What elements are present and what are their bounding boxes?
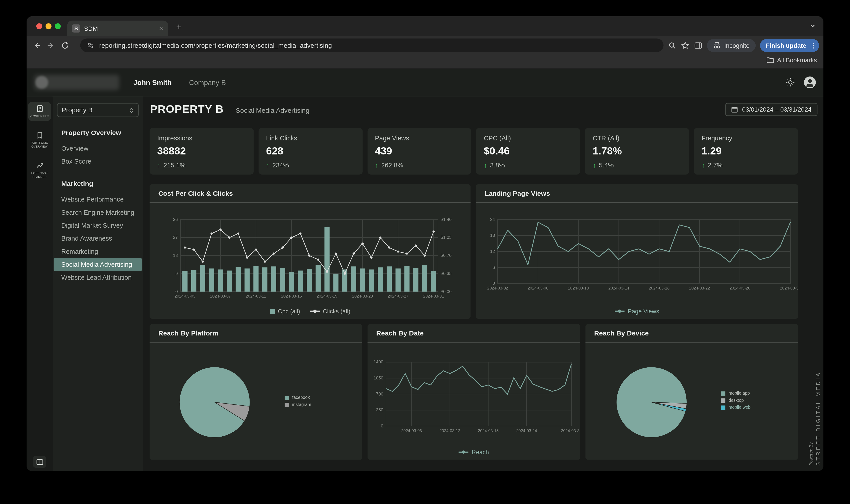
rail-item-forecast-planner[interactable]: FORECAST PLANNER: [28, 159, 51, 181]
chart-card-reach-by-device: Reach By Device mobile app desktop: [585, 324, 798, 460]
legend-item-reach[interactable]: Reach: [459, 449, 489, 455]
tab-search-chevron-icon[interactable]: [809, 23, 816, 29]
tab-close-icon[interactable]: ×: [159, 25, 163, 32]
legend-label: mobile app: [728, 391, 750, 396]
all-bookmarks-button[interactable]: All Bookmarks: [766, 57, 817, 64]
svg-text:1050: 1050: [374, 375, 383, 380]
browser-window: S SDM × + reporting.streetdigitalmedia.: [26, 16, 824, 471]
powered-by-label: Powered By: [809, 442, 814, 466]
browser-menu-kebab-icon[interactable]: ⋮: [810, 41, 816, 49]
arrow-up-icon: ↑: [484, 162, 487, 169]
kpi-delta-value: 2.7%: [708, 162, 723, 169]
property-select-value: Property B: [62, 106, 93, 114]
browser-tab[interactable]: S SDM ×: [67, 20, 168, 36]
svg-text:2024-03-12: 2024-03-12: [439, 429, 460, 433]
search-icon[interactable]: [668, 41, 676, 50]
legend-item-page-views[interactable]: Page Views: [615, 308, 659, 314]
svg-text:36: 36: [173, 217, 178, 222]
reload-button[interactable]: [58, 38, 72, 52]
svg-text:2024-03-19: 2024-03-19: [317, 294, 337, 299]
rail-item-portfolio-overview[interactable]: PORTFOLIO OVERVIEW: [28, 128, 51, 151]
kpi-delta-value: 5.4%: [599, 162, 614, 169]
sidebar-item-website-lead-attribution[interactable]: Website Lead Attribution: [53, 271, 143, 284]
user-avatar[interactable]: [804, 76, 816, 88]
svg-text:27: 27: [173, 235, 178, 240]
nav-company[interactable]: Company B: [189, 78, 226, 86]
chart-card-cpc-clicks: Cost Per Click & Clicks 09182736$0.00$0.…: [149, 184, 471, 319]
window-minimize-button[interactable]: [46, 23, 52, 29]
chart-card-reach-by-platform: Reach By Platform facebook instagram: [149, 324, 362, 460]
kpi-value: $0.46: [484, 145, 573, 157]
sidebar-collapse-button[interactable]: [33, 456, 46, 468]
legend-swatch: [721, 398, 725, 402]
legend-item-facebook[interactable]: facebook: [285, 395, 311, 400]
legend-item-mobile-web[interactable]: mobile web: [721, 405, 750, 410]
kpi-card-cpc: CPC (All) $0.46 ↑3.8%: [476, 128, 580, 175]
legend-item-clicks[interactable]: Clicks (all): [310, 308, 350, 314]
new-tab-button[interactable]: +: [176, 22, 181, 33]
kpi-label: CPC (All): [484, 134, 573, 142]
arrow-up-icon: ↑: [266, 162, 270, 169]
url-text: reporting.streetdigitalmedia.com/propert…: [99, 41, 332, 49]
tab-strip: S SDM × +: [26, 16, 824, 36]
window-zoom-button[interactable]: [55, 23, 61, 29]
tab-favicon: S: [72, 24, 80, 32]
nav-user[interactable]: John Smith: [133, 78, 171, 86]
window-close-button[interactable]: [36, 23, 42, 29]
sidebar-item-website-performance[interactable]: Website Performance: [53, 193, 143, 206]
svg-text:350: 350: [376, 407, 383, 412]
svg-text:6: 6: [492, 265, 495, 270]
sidebar-item-brand-awareness[interactable]: Brand Awareness: [53, 232, 143, 245]
svg-text:2024-03-15: 2024-03-15: [281, 294, 302, 299]
bookmark-star-icon[interactable]: [681, 41, 689, 50]
svg-text:24: 24: [490, 217, 495, 222]
rail-item-properties[interactable]: PROPERTIES: [28, 102, 51, 121]
sidebar-rail: PROPERTIES PORTFOLIO OVERVIEW FORECAST P…: [26, 96, 53, 471]
sidebar-item-social-media-advertising[interactable]: Social Media Advertising: [54, 258, 142, 271]
cpc-clicks-chart-canvas: 09182736$0.00$0.35$0.70$1.05$1.402024-03…: [149, 203, 471, 304]
kpi-value: 439: [375, 145, 464, 157]
bookmark-icon: [36, 131, 43, 139]
legend-label: Clicks (all): [323, 308, 350, 314]
svg-text:2024-03-14: 2024-03-14: [609, 286, 629, 290]
side-panel-icon[interactable]: [694, 41, 703, 50]
header-nav: John Smith Company B: [133, 78, 226, 86]
kpi-label: Impressions: [157, 134, 246, 142]
person-icon: [804, 76, 816, 88]
sidebar-item-digital-market-survey[interactable]: Digital Market Survey: [53, 219, 143, 232]
legend-item-cpc[interactable]: Cpc (all): [270, 308, 300, 314]
svg-text:2024-03-11: 2024-03-11: [246, 294, 266, 299]
kpi-value: 38882: [157, 145, 246, 157]
chart-card-landing-page-views: Landing Page Views 061218242024-03-02202…: [476, 184, 798, 319]
legend-item-instagram[interactable]: instagram: [285, 402, 311, 407]
forward-button[interactable]: [44, 38, 58, 52]
finish-update-button[interactable]: Finish update ⋮: [760, 39, 819, 52]
site-settings-icon[interactable]: [87, 41, 94, 49]
chart-title: Reach By Platform: [158, 329, 218, 337]
legend-item-mobile-app[interactable]: mobile app: [721, 391, 750, 396]
legend-label: desktop: [728, 398, 744, 403]
url-bar[interactable]: reporting.streetdigitalmedia.com/propert…: [80, 38, 663, 52]
back-button[interactable]: [30, 38, 44, 52]
sidebar-item-box-score[interactable]: Box Score: [53, 155, 143, 168]
title-row: PROPERTY B Social Media Advertising: [150, 103, 310, 115]
theme-toggle-sun-icon[interactable]: [785, 77, 795, 87]
property-select[interactable]: Property B: [57, 103, 139, 117]
arrow-up-icon: ↑: [157, 162, 161, 169]
incognito-icon: [713, 41, 721, 49]
date-range-picker[interactable]: 03/01/2024 – 03/31/2024: [725, 103, 817, 116]
sidebar-item-search-engine-marketing[interactable]: Search Engine Marketing: [53, 206, 143, 219]
sidebar-item-remarketing[interactable]: Remarketing: [53, 245, 143, 258]
svg-text:18: 18: [490, 233, 495, 238]
svg-text:2024-03-31: 2024-03-31: [561, 429, 580, 433]
svg-text:2024-03-23: 2024-03-23: [352, 294, 373, 299]
svg-text:2024-03-22: 2024-03-22: [689, 286, 710, 290]
sidebar-item-overview[interactable]: Overview: [53, 142, 143, 155]
browser-toolbar: reporting.streetdigitalmedia.com/propert…: [26, 36, 824, 54]
svg-text:2024-03-24: 2024-03-24: [516, 429, 537, 433]
kpi-value: 628: [266, 145, 355, 157]
chart-card-reach-by-date: Reach By Date 0350700105014002024-03-062…: [368, 324, 580, 460]
svg-text:2024-03-03: 2024-03-03: [175, 294, 195, 299]
rail-label-properties: PROPERTIES: [29, 114, 51, 118]
legend-item-desktop[interactable]: desktop: [721, 398, 750, 403]
